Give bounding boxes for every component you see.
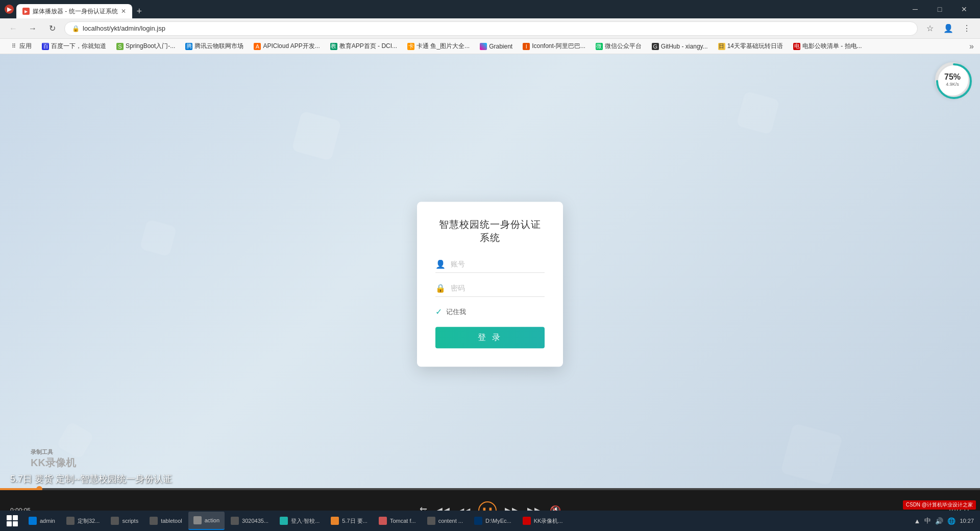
star-icon[interactable]: ☆ <box>923 21 937 36</box>
taskbar-label-action: action <box>205 517 219 523</box>
bookmark-tencent-label: 腾讯云物联网市场 <box>194 42 243 51</box>
remember-label: 记住我 <box>446 307 466 317</box>
settings-icon[interactable]: ⋮ <box>960 21 974 36</box>
system-clock[interactable]: 10:27 <box>960 518 974 524</box>
bookmarks-more-btn[interactable]: » <box>969 42 974 51</box>
speed-ring-svg <box>935 62 973 100</box>
bookmark-apps-label: 应用 <box>19 42 32 51</box>
security-icon: 🔒 <box>72 25 80 32</box>
taskbar-item-admin[interactable]: admin <box>23 512 60 530</box>
taskbar-item-dinzhi[interactable]: 定制32... <box>61 512 105 530</box>
user-icon: 👤 <box>435 259 446 269</box>
bookmark-movie-label: 电影公映清单 - 拍电... <box>802 42 862 51</box>
taskbar-item-content[interactable]: content ... <box>422 512 468 530</box>
taskbar-item-login[interactable]: 登入·智校... <box>275 512 325 530</box>
dinzhi-icon <box>66 517 75 525</box>
deco-shape-3 <box>780 423 843 486</box>
bookmark-japanese[interactable]: 日 14天零基础玩转日语 <box>714 41 787 52</box>
profile-icon[interactable]: 👤 <box>941 21 955 36</box>
tencent-icon: 腾 <box>185 43 192 50</box>
username-input[interactable] <box>451 259 545 269</box>
bookmark-movie[interactable]: 电 电影公映清单 - 拍电... <box>789 41 866 52</box>
tab-favicon: ▶ <box>22 8 30 15</box>
taskbar-label-myeclipse: D:\MyEc... <box>485 518 511 524</box>
login-title: 智慧校园统一身份认证系统 <box>435 218 545 245</box>
start-button[interactable] <box>2 512 22 530</box>
taskbar-item-3020435[interactable]: 3020435... <box>226 512 274 530</box>
taskbar-item-tabletool[interactable]: tabletool <box>144 512 187 530</box>
taskbar-item-scripts[interactable]: scripts <box>106 512 143 530</box>
close-btn[interactable]: ✕ <box>952 0 976 18</box>
taskbar-label-57ri: 5.7日 要... <box>342 517 368 525</box>
kk-watermark: 录制工具 KK录像机 <box>31 448 76 470</box>
bookmark-edu-label: 教育APP首页 - DCI... <box>339 42 397 51</box>
kk-icon <box>523 517 531 525</box>
taskbar-label-dinzhi: 定制32... <box>78 517 100 525</box>
bookmark-baidu[interactable]: 百 百度一下，你就知道 <box>38 41 110 52</box>
admin-icon <box>29 517 37 525</box>
bookmark-apps[interactable]: ⠿ 应用 <box>6 41 36 52</box>
lock-icon: 🔒 <box>435 283 446 293</box>
login-icon <box>280 517 288 525</box>
window-controls: ─ □ ✕ <box>903 0 976 18</box>
tray-network-icon[interactable]: 🌐 <box>947 517 955 525</box>
bookmark-github-label: GitHub - xiangy... <box>661 43 708 50</box>
speed-widget: 75% 4.9K/s <box>935 62 970 97</box>
bookmark-wechat[interactable]: 微 微信公众平台 <box>592 41 646 52</box>
bookmark-tencent[interactable]: 腾 腾讯云物联网市场 <box>181 41 248 52</box>
bookmark-wechat-label: 微信公众平台 <box>605 42 642 51</box>
windows-icon <box>7 515 18 526</box>
remember-row: ✓ 记住我 <box>435 307 545 317</box>
tomcat-icon <box>379 517 387 525</box>
tab-bar: ▶ 媒体播放器 - 统一身份认证系统 ✕ + <box>14 0 903 18</box>
bookmark-springboot-label: SpringBoot入门-... <box>126 42 175 51</box>
video-background: 75% 4.9K/s 录制工具 KK录像机 智慧校园统一身份认证系统 👤 🔒 <box>0 54 980 531</box>
bookmark-github[interactable]: G GitHub - xiangy... <box>648 42 712 51</box>
maximize-btn[interactable]: □ <box>928 0 951 18</box>
bookmark-edu[interactable]: 教 教育APP首页 - DCI... <box>326 41 401 52</box>
back-btn[interactable]: ← <box>6 21 20 36</box>
japanese-icon: 日 <box>718 43 725 50</box>
content-icon <box>427 517 435 525</box>
bookmark-iconfont[interactable]: I Iconfont-阿里巴巴... <box>519 41 590 52</box>
taskbar-item-myeclipse[interactable]: D:\MyEc... <box>469 512 517 530</box>
minimize-btn[interactable]: ─ <box>903 0 927 18</box>
bookmarks-bar: ⠿ 应用 百 百度一下，你就知道 S SpringBoot入门-... 腾 腾讯… <box>0 39 980 54</box>
bookmark-fish[interactable]: 卡 卡通 鱼_图片大全... <box>403 41 474 52</box>
bookmark-grabient[interactable]: Grabient <box>476 42 517 51</box>
wechat-icon: 微 <box>596 43 603 50</box>
password-input[interactable] <box>451 283 545 293</box>
taskbar-item-kk[interactable]: KK录像机... <box>518 512 568 530</box>
myeclipse-icon <box>474 517 482 525</box>
bookmark-apicloud[interactable]: A APICloud APP开发... <box>250 41 324 52</box>
tray-volume-icon[interactable]: 🔊 <box>935 517 943 525</box>
forward-btn[interactable]: → <box>26 21 40 36</box>
new-tab-btn[interactable]: + <box>132 4 146 18</box>
title-bar: ▶ ▶ 媒体播放器 - 统一身份认证系统 ✕ + ─ □ ✕ <box>0 0 980 18</box>
browser-content: 75% 4.9K/s 录制工具 KK录像机 智慧校园统一身份认证系统 👤 🔒 <box>0 54 980 531</box>
scripts-icon <box>111 517 119 525</box>
url-bar[interactable]: 🔒 localhost/ykt/admin/login.jsp <box>64 21 918 36</box>
address-right: ☆ 👤 ⋮ <box>923 21 974 36</box>
bookmark-grabient-label: Grabient <box>489 43 512 50</box>
tray-input-icon[interactable]: 中 <box>924 516 931 525</box>
browser-window: ▶ ▶ 媒体播放器 - 统一身份认证系统 ✕ + ─ □ ✕ ← → ↻ 🔒 l… <box>0 0 980 531</box>
grabient-icon <box>480 43 487 50</box>
taskbar-label-scripts: scripts <box>122 518 138 524</box>
deco-shape-1 <box>291 111 341 161</box>
57ri-icon <box>331 517 339 525</box>
apps-icon: ⠿ <box>10 43 17 50</box>
taskbar-item-action[interactable]: action <box>188 512 225 530</box>
tab-close-btn[interactable]: ✕ <box>121 8 126 15</box>
active-tab[interactable]: ▶ 媒体播放器 - 统一身份认证系统 ✕ <box>16 4 132 18</box>
fish-icon: 卡 <box>407 43 414 50</box>
tray-expand-icon[interactable]: ▲ <box>914 517 921 525</box>
taskbar-item-tomcat[interactable]: Tomcat f... <box>374 512 421 530</box>
taskbar-label-3020435: 3020435... <box>242 518 268 524</box>
bookmark-springboot[interactable]: S SpringBoot入门-... <box>112 41 179 52</box>
speed-circle: 75% 4.9K/s <box>935 62 970 97</box>
taskbar: admin 定制32... scripts tabletool action 3… <box>0 511 980 531</box>
login-button[interactable]: 登 录 <box>435 327 545 348</box>
refresh-btn[interactable]: ↻ <box>45 21 59 36</box>
taskbar-item-57ri[interactable]: 5.7日 要... <box>326 512 373 530</box>
